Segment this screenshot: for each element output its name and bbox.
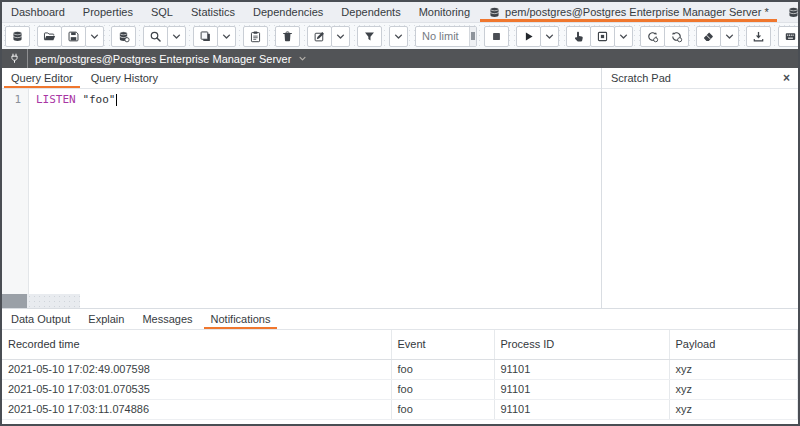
tab-dependents[interactable]: Dependents xyxy=(332,2,409,22)
clear-options-dropdown[interactable] xyxy=(720,26,739,47)
query-toolbar: No limit xyxy=(2,23,798,49)
tab-query-editor[interactable]: Query Editor xyxy=(2,68,82,88)
find-button[interactable] xyxy=(143,26,168,47)
folder-open-icon xyxy=(43,30,56,43)
code-token-string: "foo" xyxy=(82,93,115,106)
save-data-changes-button[interactable] xyxy=(111,26,136,47)
column-header-recorded-time[interactable]: Recorded time xyxy=(2,330,391,359)
open-file-button[interactable] xyxy=(37,26,62,47)
tab-sql[interactable]: SQL xyxy=(142,2,182,22)
cancel-query-button[interactable] xyxy=(484,26,509,47)
stop-icon xyxy=(490,30,503,43)
clear-button[interactable] xyxy=(696,26,721,47)
connection-selector[interactable]: pem/postgres@Postgres Enterprise Manager… xyxy=(28,53,308,65)
execute-options-dropdown[interactable] xyxy=(540,26,559,47)
edit-options-dropdown[interactable] xyxy=(331,26,350,47)
delete-button[interactable] xyxy=(275,26,300,47)
explain-button[interactable] xyxy=(566,26,591,47)
tab-dashboard[interactable]: Dashboard xyxy=(2,2,74,22)
toolbar-group: No limit xyxy=(415,26,477,47)
object-tab-bar: DashboardPropertiesSQLStatisticsDependen… xyxy=(2,2,798,23)
editor-horizontal-scrollbar[interactable] xyxy=(2,294,80,308)
macros-icon xyxy=(784,30,797,43)
tab-label: Data Output xyxy=(11,313,70,325)
table-cell: foo xyxy=(391,399,494,419)
tab-query-tool-active[interactable]: pem/postgres@Postgres Enterprise Manager… xyxy=(479,2,778,22)
tab-explain[interactable]: Explain xyxy=(79,309,133,329)
table-cell: xyz xyxy=(669,379,798,399)
toolbar-group xyxy=(640,26,689,47)
row-limit-input[interactable]: No limit xyxy=(415,26,477,47)
toolbar-group xyxy=(5,26,30,47)
scratch-pad-close-button[interactable]: × xyxy=(775,68,798,88)
filter-options-dropdown[interactable] xyxy=(389,26,408,47)
rollback-button[interactable] xyxy=(664,26,689,47)
tab-label: Dependents xyxy=(341,6,400,18)
editor-tab-bar: Query EditorQuery History xyxy=(2,68,601,89)
copy-button[interactable] xyxy=(193,26,218,47)
copy-icon xyxy=(199,30,212,43)
filter-button[interactable] xyxy=(357,26,382,47)
tab-notifications[interactable]: Notifications xyxy=(202,309,280,329)
chevron-down-icon xyxy=(297,53,308,64)
tab-properties[interactable]: Properties xyxy=(74,2,142,22)
table-row[interactable]: 2021-05-10 17:02:49.007598foo91101xyz xyxy=(2,359,798,379)
edit-button[interactable] xyxy=(307,26,332,47)
macros-button[interactable] xyxy=(778,26,800,47)
save-icon xyxy=(67,30,80,43)
save-file-button[interactable] xyxy=(61,26,86,47)
explain-options-dropdown[interactable] xyxy=(614,26,633,47)
tab-monitoring[interactable]: Monitoring xyxy=(410,2,479,22)
main-panels: Query EditorQuery History 1 LISTEN "foo"… xyxy=(2,68,798,308)
table-cell: 91101 xyxy=(494,399,669,419)
scratch-pad-content[interactable] xyxy=(602,89,798,308)
limit-spinner[interactable] xyxy=(469,27,476,46)
table-cell: 2021-05-10 17:02:49.007598 xyxy=(2,359,391,379)
table-row[interactable]: 2021-05-10 17:03:11.074886foo91101xyz xyxy=(2,399,798,419)
play-icon xyxy=(522,30,535,43)
tab-dependencies[interactable]: Dependencies xyxy=(244,2,332,22)
copy-options-dropdown[interactable] xyxy=(217,26,236,47)
scrollbar-thumb[interactable] xyxy=(2,294,27,308)
grid-header-row: Recorded timeEventProcess IDPayload xyxy=(2,330,798,359)
execute-button[interactable] xyxy=(516,26,541,47)
text-cursor xyxy=(116,94,117,106)
toolbar-group xyxy=(696,26,739,47)
query-editor-panel: Query EditorQuery History 1 LISTEN "foo" xyxy=(2,68,602,308)
code-area[interactable]: LISTEN "foo" xyxy=(29,89,601,308)
paste-button[interactable] xyxy=(243,26,268,47)
db-icon xyxy=(11,30,24,43)
tab-label: Statistics xyxy=(191,6,235,18)
toolbar-group xyxy=(37,26,104,47)
table-cell: foo xyxy=(391,379,494,399)
tab-label: Query Editor xyxy=(11,72,73,84)
connection-label: pem/postgres@Postgres Enterprise Manager… xyxy=(35,53,291,65)
table-row[interactable]: 2021-05-10 17:03:01.070535foo91101xyz xyxy=(2,379,798,399)
find-options-dropdown[interactable] xyxy=(167,26,186,47)
chevron-down-icon xyxy=(170,30,183,43)
tab-label: Explain xyxy=(88,313,124,325)
explain-analyze-button[interactable] xyxy=(590,26,615,47)
eraser-icon xyxy=(702,30,715,43)
tab-query-tool-2[interactable]: pem/postgres... xyxy=(778,2,800,22)
query-tool-button[interactable] xyxy=(5,26,30,47)
column-header-process-id[interactable]: Process ID xyxy=(494,330,669,359)
pgadmin-query-tool-window: DashboardPropertiesSQLStatisticsDependen… xyxy=(0,0,800,426)
output-tab-bar: Data OutputExplainMessagesNotifications xyxy=(2,309,798,330)
toolbar-group xyxy=(243,26,268,47)
toolbar-group xyxy=(389,26,408,47)
column-header-payload[interactable]: Payload xyxy=(669,330,798,359)
limit-value: No limit xyxy=(416,30,469,42)
toolbar-group xyxy=(357,26,382,47)
tab-data-output[interactable]: Data Output xyxy=(2,309,79,329)
download-results-button[interactable] xyxy=(746,26,771,47)
save-options-dropdown[interactable] xyxy=(85,26,104,47)
tab-label: SQL xyxy=(151,6,173,18)
commit-button[interactable] xyxy=(640,26,665,47)
tab-messages[interactable]: Messages xyxy=(133,309,201,329)
tab-query-history[interactable]: Query History xyxy=(82,68,167,88)
tab-statistics[interactable]: Statistics xyxy=(182,2,244,22)
query-editor[interactable]: 1 LISTEN "foo" xyxy=(2,89,601,308)
table-cell: foo xyxy=(391,359,494,379)
column-header-event[interactable]: Event xyxy=(391,330,494,359)
